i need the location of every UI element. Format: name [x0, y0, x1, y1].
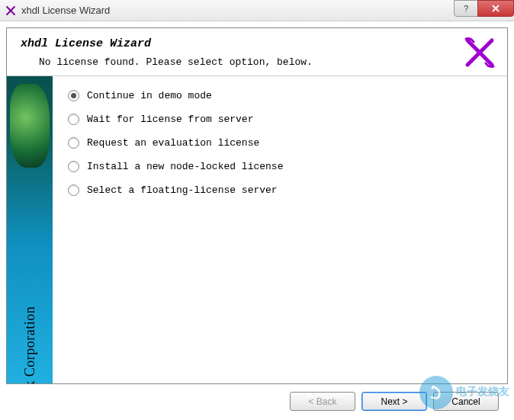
svg-point-0 — [432, 387, 434, 390]
window-title: xhdl License Wizard — [21, 5, 110, 16]
option-label: Continue in demo mode — [87, 90, 212, 101]
company-label: X-Tek Corporation — [22, 306, 38, 383]
button-row: < Back Next > Cancel 电子发烧友 — [6, 384, 508, 414]
radio-icon — [68, 184, 79, 196]
x-logo-icon — [463, 36, 496, 69]
radio-icon — [68, 161, 79, 172]
option-wait-server[interactable]: Wait for license from server — [68, 114, 492, 125]
titlebar: xhdl License Wizard ? — [0, 0, 514, 21]
radio-icon — [68, 90, 79, 101]
content-frame: xhdl License Wizard No license found. Pl… — [6, 27, 508, 384]
back-button[interactable]: < Back — [290, 392, 355, 411]
dialog-body: xhdl License Wizard No license found. Pl… — [0, 21, 514, 420]
main-row: X-Tek Corporation Continue in demo mode … — [7, 75, 507, 383]
option-install-node-locked[interactable]: Install a new node-locked license — [68, 161, 492, 172]
option-label: Install a new node-locked license — [87, 161, 283, 172]
window-controls: ? — [455, 0, 514, 17]
wizard-header: xhdl License Wizard No license found. Pl… — [7, 28, 507, 75]
radio-icon — [68, 114, 79, 125]
option-floating-server[interactable]: Select a floating-license server — [68, 184, 492, 196]
help-button[interactable]: ? — [454, 0, 478, 17]
option-label: Request an evaluation license — [87, 137, 259, 149]
cancel-button[interactable]: Cancel — [433, 392, 499, 411]
option-label: Wait for license from server — [87, 114, 253, 125]
banner-graphic — [10, 84, 50, 168]
next-button[interactable]: Next > — [361, 392, 427, 411]
wizard-title: xhdl License Wizard — [21, 37, 493, 50]
side-banner: X-Tek Corporation — [7, 76, 53, 383]
option-demo-mode[interactable]: Continue in demo mode — [68, 90, 492, 101]
option-request-eval[interactable]: Request an evaluation license — [68, 137, 492, 149]
app-icon — [5, 5, 17, 17]
radio-icon — [68, 137, 79, 149]
options-area: Continue in demo mode Wait for license f… — [53, 76, 507, 383]
wizard-subtitle: No license found. Please select option, … — [21, 56, 493, 68]
option-label: Select a floating-license server — [87, 184, 278, 196]
close-button[interactable] — [477, 0, 514, 17]
